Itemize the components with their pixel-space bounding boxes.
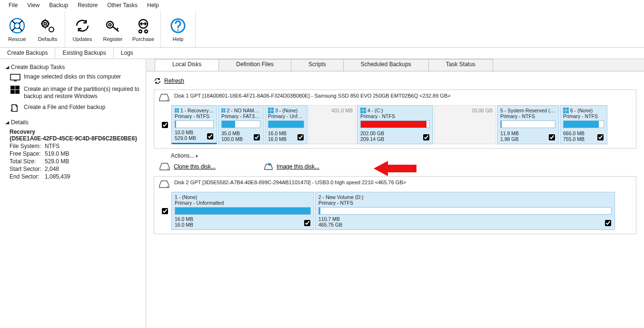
unallocated-space: 401.0 MB — [308, 105, 356, 144]
menu-file[interactable]: File — [4, 2, 22, 9]
subtab-create-backups[interactable]: Create Backups — [0, 48, 55, 59]
disk-actions-row: Clone this disk...Image this disk... — [159, 162, 636, 171]
tab-local-disks[interactable]: Local Disks — [155, 59, 219, 71]
usage-bar — [318, 207, 612, 215]
main-content: Refresh Disk 1 GPT [18A00801-18E6-4F21-8… — [146, 71, 644, 328]
usage-bar — [175, 207, 311, 215]
rescue-button[interactable]: Rescue — [2, 10, 32, 47]
subtab-existing-backups[interactable]: Existing Backups — [55, 48, 113, 59]
help-button[interactable]: Help — [163, 10, 193, 47]
svg-point-40 — [167, 186, 168, 187]
svg-rect-13 — [10, 86, 15, 89]
svg-rect-30 — [360, 108, 363, 110]
detail-row: Free Space:519.0 MB — [10, 150, 140, 157]
disk-icon — [158, 93, 171, 102]
partition-checkbox[interactable] — [547, 133, 556, 142]
partition-checkbox[interactable] — [421, 133, 431, 142]
menu-backup[interactable]: Backup — [44, 2, 73, 9]
menu-view[interactable]: View — [22, 2, 44, 9]
tab-definition-files[interactable]: Definition Files — [218, 59, 291, 71]
cart-icon — [134, 16, 153, 35]
partition-checkbox[interactable] — [205, 132, 215, 141]
secondary-tabs: Create BackupsExisting BackupsLogs — [0, 48, 644, 59]
svg-rect-31 — [364, 108, 367, 110]
details-header[interactable]: Details — [6, 119, 140, 126]
partition[interactable]: 5 - System Reserved (None)Primary - NTFS… — [497, 105, 559, 144]
subtab-logs[interactable]: Logs — [114, 48, 140, 59]
svg-rect-27 — [271, 108, 274, 110]
partition-checkbox[interactable] — [603, 219, 613, 228]
usage-bar — [563, 120, 604, 128]
key-icon — [103, 16, 122, 35]
menu-other-tasks[interactable]: Other Tasks — [102, 2, 142, 9]
partition[interactable]: 4 - (C:)Primary - NTFS202.00 GB209.14 GB — [357, 105, 433, 144]
disk-checkbox[interactable] — [158, 192, 171, 230]
svg-rect-35 — [566, 108, 569, 110]
annotation-arrow-icon — [374, 159, 416, 178]
partition-checkbox[interactable] — [595, 133, 605, 142]
svg-point-11 — [177, 29, 179, 31]
svg-rect-23 — [224, 109, 226, 110]
svg-rect-18 — [175, 109, 177, 110]
usage-bar — [500, 120, 555, 128]
svg-point-6 — [109, 23, 111, 26]
updates-button[interactable]: Updates — [67, 10, 98, 47]
register-button[interactable]: Register — [98, 10, 128, 47]
partition[interactable]: 3 - (None)Primary - Unformatted16.0 MB16… — [265, 105, 307, 144]
question-icon — [168, 16, 188, 35]
partition[interactable]: 1 - Recovery (None)Primary - NTFS10.0 MB… — [171, 105, 217, 144]
main-area: Local DisksDefinition FilesScriptsSchedu… — [146, 59, 644, 328]
partition-checkbox[interactable] — [296, 133, 305, 142]
main-tabs: Local DisksDefinition FilesScriptsSchedu… — [146, 59, 644, 71]
sidebar: Create Backup Tasks Image selected disks… — [0, 59, 146, 328]
purchase-button[interactable]: Purchase — [128, 10, 159, 47]
partition-checkbox[interactable] — [252, 133, 261, 142]
svg-point-9 — [145, 30, 148, 33]
svg-point-3 — [44, 22, 47, 25]
task-monitor[interactable]: Image selected disks on this computer — [10, 73, 140, 82]
menu-help[interactable]: Help — [142, 2, 164, 9]
partition[interactable]: 2 - NO NAME (None)Primary - FAT32 (LBA)3… — [218, 105, 264, 144]
tab-task-status[interactable]: Task Status — [428, 59, 493, 71]
task-filefolder[interactable]: Create a File and Folder backup — [10, 104, 140, 112]
usage-bar — [175, 120, 214, 128]
refresh-button[interactable]: Refresh — [154, 77, 636, 85]
disk-checkbox[interactable] — [158, 105, 171, 144]
image-disk-button[interactable]: Image this disk... — [263, 162, 319, 171]
partition[interactable]: 2 - New Volume (D:)Primary - NTFS110.7 M… — [315, 192, 615, 230]
usage-bar — [360, 120, 430, 128]
partition-checkbox[interactable] — [302, 219, 312, 228]
partition[interactable]: 1 - (None)Primary - Unformatted16.0 MB16… — [171, 192, 314, 230]
detail-row: Start Sector:2,048 — [10, 166, 140, 172]
details-guid: {D5EE1A0E-42FD-45CE-9C4D-8FD6C2BE0BE6} — [10, 135, 140, 142]
disk-icon — [158, 179, 171, 189]
svg-rect-19 — [177, 109, 179, 110]
svg-point-5 — [107, 21, 113, 28]
tab-scripts[interactable]: Scripts — [291, 59, 344, 71]
actions-dropdown[interactable]: Actions... — [171, 152, 636, 159]
details-title: Recovery — [10, 129, 140, 135]
partition[interactable]: 6 - (None)Primary - NTFS666.0 MB755.0 MB — [560, 105, 607, 144]
svg-rect-22 — [221, 109, 223, 110]
clone-disk-button[interactable]: Clone this disk... — [159, 162, 216, 171]
svg-rect-12 — [10, 74, 20, 80]
svg-marker-39 — [374, 161, 416, 176]
svg-point-4 — [49, 27, 54, 32]
svg-rect-15 — [10, 90, 15, 94]
tasks-header[interactable]: Create Backup Tasks — [6, 64, 140, 70]
disk-panel-1: Disk 1 GPT [18A00801-18E6-4F21-8A06-F324… — [154, 89, 636, 149]
svg-rect-20 — [175, 110, 177, 112]
svg-rect-16 — [15, 90, 20, 94]
tab-scheduled-backups[interactable]: Scheduled Backups — [343, 59, 429, 71]
windows-icon — [10, 86, 21, 94]
disk-title: Disk 1 GPT [18A00801-18E6-4F21-8A06-F324… — [174, 93, 451, 99]
gears-icon — [38, 16, 57, 35]
svg-rect-26 — [268, 108, 271, 110]
menu-restore[interactable]: Restore — [73, 2, 102, 9]
defaults-button[interactable]: Defaults — [32, 10, 63, 47]
cycle-icon — [73, 16, 92, 35]
task-windows[interactable]: Create an image of the partition(s) requ… — [10, 86, 140, 100]
disk-panel-2: Disk 2 GPT [3D5E5582-A7B4-40E8-899C-294A… — [154, 176, 636, 234]
monitor-icon — [10, 73, 21, 82]
usage-bar — [268, 120, 304, 128]
